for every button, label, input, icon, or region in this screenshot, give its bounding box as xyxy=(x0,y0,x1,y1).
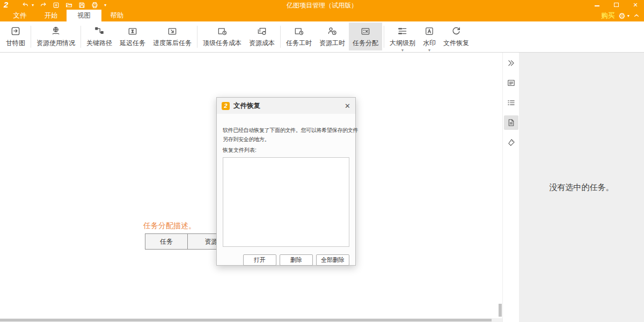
delayed-tasks-icon xyxy=(127,26,138,36)
dialog-close-button[interactable]: ✕ xyxy=(345,103,350,109)
dialog-message-line2: 另存到安全的地方。 xyxy=(223,135,349,144)
dialog-message: 软件已经自动恢复了下面的文件。您可以将希望保存的文件 另存到安全的地方。 xyxy=(223,126,349,144)
ribbon-button-label: 任务工时 xyxy=(286,39,312,48)
ribbon-toolbar: 甘特图 资源使用情况 关键路径 延迟任务 进度落后任务 顶级任务成本 xyxy=(0,21,644,53)
panel-tab-task-info[interactable] xyxy=(504,76,518,90)
behind-schedule-icon xyxy=(167,26,178,36)
panel-tab-list[interactable] xyxy=(504,96,518,110)
table-header-task[interactable]: 任务 xyxy=(145,233,188,250)
open-button[interactable]: 打开 xyxy=(243,254,276,266)
chevron-up-icon xyxy=(633,12,640,19)
collapse-panel-button[interactable] xyxy=(504,56,518,70)
ribbon-button-label: 水印 xyxy=(423,39,436,48)
dialog-header[interactable]: 2 文件恢复 ✕ xyxy=(217,98,355,114)
ribbon-group-separator xyxy=(31,26,31,48)
canvas-description-text[interactable]: 任务分配描述。 xyxy=(143,221,196,231)
ribbon-button-task-hours[interactable]: 任务工时 xyxy=(282,23,316,50)
info-card-icon xyxy=(507,78,516,87)
critical-path-icon xyxy=(94,26,105,36)
dropdown-caret-icon[interactable]: ▾ xyxy=(401,48,404,52)
task-hours-icon xyxy=(294,26,304,36)
ribbon-button-resource-usage[interactable]: 资源使用情况 xyxy=(33,23,79,50)
minimize-button[interactable] xyxy=(594,2,600,8)
ribbon-tab-bar: 文件 开始 视图 帮助 xyxy=(0,10,644,21)
tab-home[interactable]: 开始 xyxy=(35,10,67,21)
ribbon-button-label: 延迟任务 xyxy=(120,39,145,48)
settings-dropdown-caret-icon[interactable]: ▾ xyxy=(627,13,630,18)
ribbon-button-label: 资源成本 xyxy=(249,39,275,48)
ribbon-button-label: 大纲级别 xyxy=(390,39,415,48)
collapse-ribbon-button[interactable] xyxy=(633,12,640,19)
ribbon-button-label: 资源工时 xyxy=(319,39,345,48)
file-recovery-dialog: 2 文件恢复 ✕ 软件已经自动恢复了下面的文件。您可以将希望保存的文件 另存到安… xyxy=(216,97,356,266)
resource-hours-icon xyxy=(327,26,338,36)
ribbon-button-label: 进度落后任务 xyxy=(153,39,192,48)
window-title: 亿图项目管理（试用版） xyxy=(0,1,644,10)
bulleted-list-icon xyxy=(507,98,516,107)
right-icon-strip xyxy=(502,53,519,322)
maximize-icon xyxy=(614,3,619,7)
ribbon-button-task-assignment[interactable]: 任务分配 xyxy=(349,23,382,50)
watermark-icon xyxy=(424,26,435,36)
file-recovery-icon xyxy=(451,26,462,36)
dialog-title: 文件恢复 xyxy=(233,101,260,111)
horizontal-scrollbar-thumb[interactable] xyxy=(0,319,492,321)
delete-button[interactable]: 删除 xyxy=(280,254,313,266)
page-document-icon xyxy=(507,118,516,127)
buy-button[interactable]: 购买 xyxy=(602,11,615,20)
ribbon-button-label: 资源使用情况 xyxy=(36,39,75,48)
ribbon-group-separator xyxy=(384,26,384,48)
format-tag-icon xyxy=(507,138,516,147)
resource-cost-icon xyxy=(257,26,267,36)
ribbon-button-behind-schedule-tasks[interactable]: 进度落后任务 xyxy=(149,23,195,50)
app-logo-icon: 2 xyxy=(222,102,230,110)
maximize-button[interactable] xyxy=(613,2,619,8)
recovery-file-listbox[interactable] xyxy=(223,157,349,247)
settings-gear-icon[interactable]: ⚙ xyxy=(619,12,626,20)
panel-tab-format-brush[interactable] xyxy=(504,135,518,150)
outline-level-icon xyxy=(397,26,408,36)
dialog-message-line1: 软件已经自动恢复了下面的文件。您可以将希望保存的文件 xyxy=(223,126,349,135)
ribbon-group-separator xyxy=(280,26,281,48)
horizontal-scrollbar[interactable] xyxy=(0,318,502,322)
ribbon-button-resource-cost[interactable]: 资源成本 xyxy=(245,23,279,50)
vertical-scrollbar-thumb[interactable] xyxy=(499,304,502,317)
right-task-panel: 没有选中的任务。 xyxy=(519,53,644,322)
vertical-scrollbar[interactable] xyxy=(499,53,502,318)
ribbon-button-label: 文件恢复 xyxy=(443,39,469,48)
no-task-selected-message: 没有选中的任务。 xyxy=(550,182,614,193)
ribbon-button-label: 顶级任务成本 xyxy=(203,39,241,48)
ribbon-button-resource-hours[interactable]: 资源工时 xyxy=(316,23,349,50)
close-button[interactable]: ✕ xyxy=(632,2,639,8)
ribbon-button-label: 关键路径 xyxy=(86,39,112,48)
top-task-cost-icon xyxy=(217,26,228,36)
minimize-icon xyxy=(595,5,599,6)
recovery-list-label: 恢复文件列表: xyxy=(223,147,349,154)
gantt-icon xyxy=(10,26,21,36)
resource-usage-icon xyxy=(50,26,61,36)
ribbon-group-separator xyxy=(80,26,81,48)
ribbon-button-outline-level[interactable]: 大纲级别 ▾ xyxy=(386,23,419,50)
ribbon-button-label: 任务分配 xyxy=(353,39,378,48)
ribbon-button-delayed-tasks[interactable]: 延迟任务 xyxy=(116,23,149,50)
titlebar: 2 ▾ ▾ 亿图项目管理（试用版） xyxy=(0,0,644,10)
ribbon-button-critical-path[interactable]: 关键路径 xyxy=(83,23,116,50)
ribbon-button-file-recovery[interactable]: 文件恢复 xyxy=(440,23,473,50)
ribbon-button-top-task-cost[interactable]: 顶级任务成本 xyxy=(199,23,245,50)
dropdown-caret-icon[interactable]: ▾ xyxy=(428,48,430,52)
ribbon-button-label: 甘特图 xyxy=(6,39,25,48)
tab-file[interactable]: 文件 xyxy=(4,10,35,21)
ribbon-button-watermark[interactable]: 水印 ▾ xyxy=(419,23,440,50)
ribbon-button-gantt-chart[interactable]: 甘特图 xyxy=(2,23,29,50)
panel-tab-page[interactable] xyxy=(504,115,518,130)
tab-view[interactable]: 视图 xyxy=(67,10,101,21)
task-assignment-icon xyxy=(360,26,371,36)
delete-all-button[interactable]: 全部删除 xyxy=(316,254,349,266)
double-chevron-right-icon xyxy=(507,58,516,68)
ribbon-group-separator xyxy=(197,26,197,48)
tab-help[interactable]: 帮助 xyxy=(101,10,133,21)
